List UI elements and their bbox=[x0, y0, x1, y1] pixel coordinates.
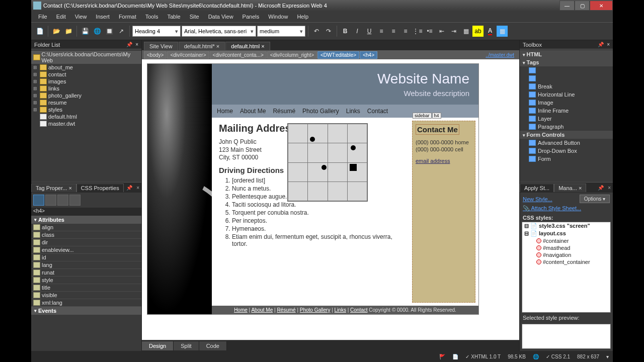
redo-button[interactable]: ↷ bbox=[323, 26, 334, 37]
nav-link[interactable]: Links bbox=[346, 108, 360, 115]
toolbox-item[interactable]: Paragraph bbox=[520, 123, 613, 131]
nav-link[interactable]: Contact bbox=[367, 108, 388, 115]
underline-button[interactable]: U bbox=[364, 26, 375, 37]
bold-button[interactable]: B bbox=[340, 26, 351, 37]
attr-row[interactable]: style bbox=[31, 277, 141, 284]
footer-link[interactable]: Résumé bbox=[277, 307, 295, 313]
css-rule[interactable]: #masthead bbox=[522, 244, 610, 251]
toolbox-item[interactable]: Advanced Button bbox=[520, 139, 613, 147]
css-rule[interactable]: #content_container bbox=[522, 258, 610, 265]
nav-link[interactable]: Home bbox=[217, 108, 233, 115]
toolbox-item[interactable]: Inline Frame bbox=[520, 107, 613, 115]
master-link[interactable]: ../master.dwt bbox=[486, 52, 517, 58]
menu-window[interactable]: Window bbox=[264, 13, 292, 21]
attr-row[interactable]: lang bbox=[31, 261, 141, 269]
menu-help[interactable]: Help bbox=[293, 13, 312, 21]
stylesheet-item[interactable]: ⊟ 📄 layout.css bbox=[522, 230, 610, 237]
folder-item[interactable]: master.dwt bbox=[31, 120, 141, 127]
status-ie[interactable]: 🌐 bbox=[533, 354, 539, 359]
menu-file[interactable]: File bbox=[34, 13, 51, 21]
menu-tools[interactable]: Tools bbox=[141, 13, 163, 21]
menu-table[interactable]: Table bbox=[163, 13, 184, 21]
close-icon[interactable]: × bbox=[134, 185, 141, 191]
nav-link[interactable]: Photo Gallery bbox=[302, 108, 339, 115]
preview-button[interactable]: 🌐 bbox=[92, 26, 103, 37]
toolbox-item[interactable] bbox=[520, 66, 613, 74]
attr-row[interactable]: align bbox=[31, 224, 141, 231]
minimize-button[interactable]: — bbox=[559, 1, 575, 11]
size-select[interactable]: medium bbox=[257, 26, 305, 37]
align-right-button[interactable]: ≡ bbox=[400, 26, 411, 37]
tab-css-properties[interactable]: CSS Properties bbox=[76, 184, 124, 192]
menu-view[interactable]: View bbox=[71, 13, 91, 21]
close-icon[interactable]: × bbox=[135, 42, 138, 47]
highlight-button[interactable]: ab bbox=[472, 26, 484, 37]
folder-item[interactable]: default.html bbox=[31, 113, 141, 120]
email-link[interactable]: email address bbox=[416, 158, 450, 164]
folder-path[interactable]: C:\Users\rick.bodnar\Documents\My Web bbox=[31, 51, 141, 64]
events-header[interactable]: Events bbox=[31, 307, 141, 315]
nav-link[interactable]: Résumé bbox=[273, 108, 295, 115]
attr-row[interactable]: dir bbox=[31, 239, 141, 246]
menu-format[interactable]: Format bbox=[115, 13, 140, 21]
footer-link[interactable]: Contact bbox=[350, 307, 367, 313]
contact-header[interactable]: Contact Me bbox=[416, 124, 459, 135]
close-icon[interactable]: × bbox=[607, 42, 610, 47]
align-left-button[interactable]: ≡ bbox=[376, 26, 387, 37]
nav-link[interactable]: About Me bbox=[240, 108, 266, 115]
footer-link[interactable]: Photo Gallery bbox=[300, 307, 331, 313]
publish-button[interactable]: ↗ bbox=[116, 26, 127, 37]
tab-tag-properties[interactable]: Tag Proper... × bbox=[31, 184, 76, 192]
table-button[interactable]: ▦ bbox=[497, 26, 508, 37]
open-site-button[interactable]: 📁 bbox=[63, 26, 74, 37]
toolbox-category[interactable]: HTML bbox=[520, 50, 613, 58]
align-center-button[interactable]: ≡ bbox=[388, 26, 399, 37]
folder-item[interactable]: ⊞images bbox=[31, 78, 141, 85]
superpreview-button[interactable]: 🔲 bbox=[104, 26, 115, 37]
folder-item[interactable]: ⊞contact bbox=[31, 71, 141, 78]
toolbox-item[interactable]: Drop-Down Box bbox=[520, 147, 613, 155]
view-tab-split[interactable]: Split bbox=[174, 341, 199, 350]
menu-insert[interactable]: Insert bbox=[92, 13, 114, 21]
options-button[interactable]: Options ▾ bbox=[580, 195, 610, 203]
attr-row[interactable]: class bbox=[31, 231, 141, 239]
status-flag[interactable]: 🚩 bbox=[439, 354, 445, 359]
maximize-button[interactable]: ▢ bbox=[575, 1, 590, 11]
style-select[interactable]: Heading 4 bbox=[132, 26, 181, 37]
save-button[interactable]: 💾 bbox=[79, 26, 91, 37]
sort-cat-button[interactable] bbox=[45, 195, 56, 206]
menu-site[interactable]: Site bbox=[186, 13, 203, 21]
show-all-button[interactable] bbox=[69, 195, 80, 206]
breadcrumb-item[interactable]: <h4> bbox=[360, 51, 377, 59]
attr-row[interactable]: enableview... bbox=[31, 246, 141, 254]
toolbox-item[interactable]: Horizontal Line bbox=[520, 90, 613, 99]
outdent-button[interactable]: ⇤ bbox=[436, 26, 447, 37]
toolbox-item[interactable]: Break bbox=[520, 82, 613, 90]
css-rule[interactable]: #container bbox=[522, 237, 610, 244]
italic-button[interactable]: I bbox=[352, 26, 363, 37]
font-select[interactable]: Arial, Helvetica, sans-seri bbox=[182, 26, 256, 37]
footer-link[interactable]: Home bbox=[234, 307, 248, 313]
pin-icon[interactable]: 📌 bbox=[124, 185, 134, 191]
folder-item[interactable]: ⊞resume bbox=[31, 99, 141, 106]
bullet-list-button[interactable]: •≡ bbox=[424, 26, 435, 37]
font-color-button[interactable]: A bbox=[485, 26, 496, 37]
tab-manage-styles[interactable]: Mana... × bbox=[554, 184, 586, 192]
toolbox-item[interactable]: Image bbox=[520, 99, 613, 107]
doc-tab[interactable]: default.html × bbox=[225, 42, 270, 50]
design-canvas[interactable]: Website Name Website description HomeAbo… bbox=[142, 59, 519, 340]
toolbox-item[interactable]: Layer bbox=[520, 115, 613, 123]
stylesheet-item[interactable]: ⊟ 📄 style3.css "screen" bbox=[522, 222, 610, 230]
indent-button[interactable]: ⇥ bbox=[448, 26, 459, 37]
attr-row[interactable]: xml:lang bbox=[31, 299, 141, 307]
toolbox-item[interactable]: Form bbox=[520, 155, 613, 163]
attr-row[interactable]: runat bbox=[31, 269, 141, 277]
numbered-list-button[interactable]: ⋮≡ bbox=[412, 26, 423, 37]
pin-icon[interactable]: 📌 bbox=[126, 42, 132, 47]
pin-icon[interactable]: 📌 bbox=[596, 185, 606, 191]
folder-item[interactable]: ⊞links bbox=[31, 85, 141, 92]
pin-icon[interactable]: 📌 bbox=[598, 42, 604, 47]
folder-item[interactable]: ⊞about_me bbox=[31, 64, 141, 71]
sort-alpha-button[interactable] bbox=[33, 195, 44, 206]
folder-item[interactable]: ⊞styles bbox=[31, 106, 141, 113]
